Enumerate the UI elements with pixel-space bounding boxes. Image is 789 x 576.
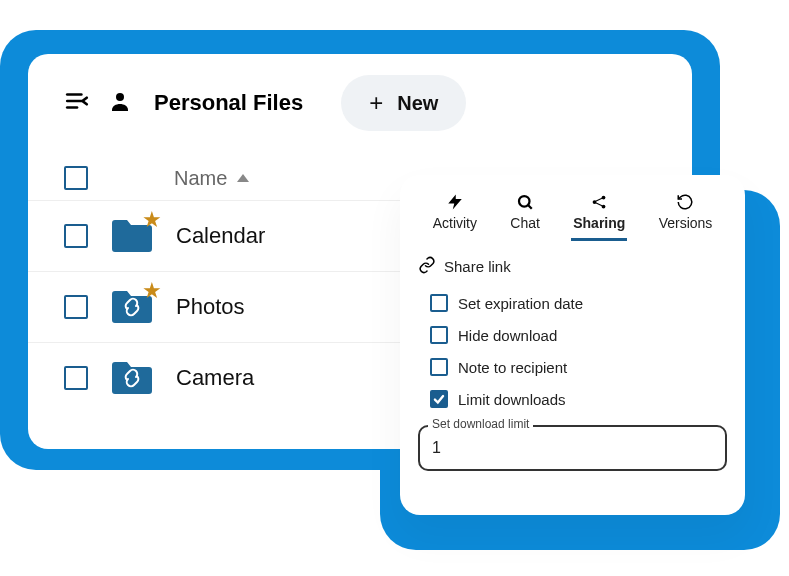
- option-limit-downloads[interactable]: Limit downloads: [416, 383, 729, 415]
- option-label: Note to recipient: [458, 359, 567, 376]
- svg-line-10: [596, 203, 602, 206]
- download-limit-field: Set download limit: [418, 425, 727, 471]
- toolbar: Personal Files + New: [28, 78, 692, 128]
- user-icon[interactable]: [108, 89, 132, 117]
- tab-label: Sharing: [573, 215, 625, 231]
- svg-point-3: [116, 93, 124, 101]
- share-section: Share link Set expiration date Hide down…: [416, 252, 729, 471]
- tabs: Activity Chat Sharing Versions: [416, 189, 729, 240]
- tab-versions[interactable]: Versions: [653, 189, 719, 239]
- checkbox-checked[interactable]: [430, 390, 448, 408]
- checkbox[interactable]: [430, 326, 448, 344]
- tab-chat[interactable]: Chat: [504, 189, 546, 239]
- checkbox[interactable]: [430, 358, 448, 376]
- svg-point-7: [602, 196, 606, 200]
- star-icon: ★: [142, 278, 162, 304]
- option-hide-download[interactable]: Hide download: [416, 319, 729, 351]
- row-name: Photos: [176, 294, 245, 320]
- svg-point-8: [602, 205, 606, 209]
- details-panel: Activity Chat Sharing Versions Share lin…: [400, 175, 745, 515]
- row-checkbox[interactable]: [64, 224, 88, 248]
- option-label: Set expiration date: [458, 295, 583, 312]
- row-checkbox[interactable]: [64, 366, 88, 390]
- new-button-label: New: [397, 92, 438, 115]
- star-icon: ★: [142, 207, 162, 233]
- tab-sharing[interactable]: Sharing: [567, 189, 631, 239]
- field-label: Set download limit: [428, 417, 533, 431]
- svg-point-4: [519, 196, 530, 207]
- option-expiration[interactable]: Set expiration date: [416, 287, 729, 319]
- option-label: Limit downloads: [458, 391, 566, 408]
- plus-icon: +: [369, 89, 383, 117]
- folder-icon: ★: [110, 288, 154, 326]
- row-checkbox[interactable]: [64, 295, 88, 319]
- tab-activity[interactable]: Activity: [427, 189, 483, 239]
- folder-icon: [110, 359, 154, 397]
- page-title: Personal Files: [154, 90, 303, 116]
- select-all-checkbox[interactable]: [64, 166, 88, 190]
- option-note[interactable]: Note to recipient: [416, 351, 729, 383]
- row-name: Camera: [176, 365, 254, 391]
- svg-line-9: [596, 198, 602, 201]
- download-limit-input[interactable]: [418, 425, 727, 471]
- share-link-row[interactable]: Share link: [416, 252, 729, 287]
- tab-label: Activity: [433, 215, 477, 231]
- folder-icon: ★: [110, 217, 154, 255]
- menu-collapse-icon[interactable]: [64, 88, 90, 118]
- link-icon: [418, 256, 436, 277]
- name-header-label: Name: [174, 167, 227, 190]
- svg-line-5: [528, 205, 532, 209]
- sort-asc-icon: [237, 174, 249, 182]
- share-link-label: Share link: [444, 258, 511, 275]
- tab-label: Chat: [510, 215, 540, 231]
- checkbox[interactable]: [430, 294, 448, 312]
- name-column-header[interactable]: Name: [174, 167, 249, 190]
- tab-label: Versions: [659, 215, 713, 231]
- row-name: Calendar: [176, 223, 265, 249]
- new-button[interactable]: + New: [341, 75, 466, 131]
- option-label: Hide download: [458, 327, 557, 344]
